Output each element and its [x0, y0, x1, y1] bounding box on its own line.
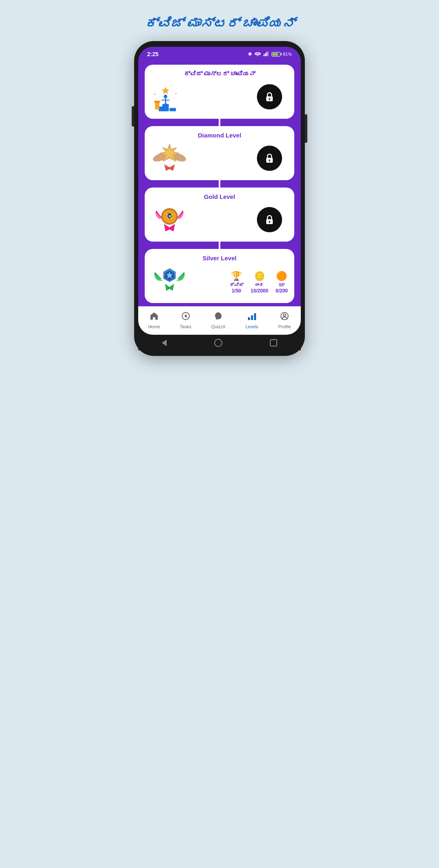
svg-rect-45: [254, 313, 256, 320]
champion-lock-button[interactable]: [257, 84, 282, 109]
connector-3: [219, 242, 220, 249]
bluetooth-icon: ✱: [248, 51, 252, 57]
wifi-icon: [254, 51, 261, 57]
connector-2: [219, 180, 220, 188]
status-time: 2:25: [147, 51, 159, 57]
tasks-icon: [181, 312, 190, 323]
home-icon: [150, 312, 159, 323]
recents-button[interactable]: [270, 339, 277, 347]
svg-rect-14: [154, 101, 160, 103]
home-label: Home: [148, 324, 160, 329]
champion-body: ✦ ✦ ✦: [151, 81, 288, 113]
sp-value: 0/200: [276, 288, 288, 294]
sp-icon: 🟠: [276, 271, 287, 281]
status-icons: ✱: [248, 51, 292, 57]
svg-rect-44: [251, 315, 253, 320]
diamond-card: Diamond Level: [145, 126, 294, 180]
svg-text:★: ★: [168, 214, 172, 218]
silver-progress: 🏆 ಕ್ವಿಜ್ 1/50 🪙 ಅಂಕ 10/2000 🟠: [230, 271, 288, 294]
diamond-lock-button[interactable]: [257, 146, 282, 171]
svg-rect-5: [159, 107, 165, 111]
sp-label: SP: [279, 282, 285, 287]
gold-card: Gold Level: [145, 188, 294, 242]
gold-illustration: ★: [151, 203, 188, 236]
svg-rect-43: [248, 317, 250, 320]
content-area: ಕ್ವಿಜ್ ಮಾಸ್ಟರ್ ಚಾಂಪಿಯನ್: [138, 60, 301, 306]
gold-lock-button[interactable]: [257, 207, 282, 232]
score-progress: 🪙 ಅಂಕ 10/2000: [251, 271, 268, 294]
connector-1: [219, 119, 220, 126]
svg-point-42: [185, 316, 186, 317]
nav-tasks[interactable]: Tasks: [176, 310, 196, 331]
svg-point-7: [164, 95, 167, 98]
svg-text:✦: ✦: [172, 97, 174, 100]
sp-progress: 🟠 SP 0/200: [276, 271, 288, 294]
svg-point-47: [283, 314, 286, 316]
svg-rect-6: [170, 108, 176, 111]
silver-card: Silver Level: [145, 249, 294, 303]
phone-shell: 2:25 ✱: [134, 41, 305, 356]
champion-title: ಕ್ವಿಜ್ ಮಾಸ್ಟರ್ ಚಾಂಪಿಯನ್: [151, 70, 288, 77]
svg-point-19: [269, 98, 270, 100]
trophy-illustration: ✦ ✦ ✦: [151, 81, 188, 113]
quiz-icon: 🏆: [231, 271, 242, 281]
signal-icon: [263, 51, 269, 57]
score-icon: 🪙: [254, 271, 265, 281]
page-wrapper: ಕ್ವಿಜ್ ಮಾಸ್ಟರ್ ಚಾಂಪಿಯನ್ 2:25 ✱: [110, 16, 329, 356]
svg-point-34: [269, 221, 270, 222]
svg-rect-13: [155, 102, 159, 110]
nav-levels[interactable]: Levels: [241, 310, 263, 331]
bottom-nav: Home Tasks: [138, 306, 301, 335]
quizzx-label: QuizzX: [211, 324, 226, 329]
gold-body: ★: [151, 203, 288, 236]
profile-icon: [280, 312, 289, 323]
status-bar: 2:25 ✱: [138, 47, 301, 60]
nav-home[interactable]: Home: [144, 310, 164, 331]
silver-illustration: [151, 265, 188, 297]
diamond-body: [151, 142, 288, 174]
quiz-progress: 🏆 ಕ್ವಿಜ್ 1/50: [230, 271, 243, 294]
gold-title: Gold Level: [151, 193, 288, 200]
back-button[interactable]: [162, 340, 167, 346]
svg-rect-2: [266, 52, 267, 56]
silver-body: 🏆 ಕ್ವಿಜ್ 1/50 🪙 ಅಂಕ 10/2000 🟠: [151, 265, 288, 297]
levels-icon: [248, 312, 256, 323]
quiz-value: 1/50: [232, 288, 241, 294]
score-value: 10/2000: [251, 288, 268, 294]
page-title: ಕ್ವಿಜ್ ಮಾಸ್ಟರ್ ಚಾಂಪಿಯನ್: [144, 16, 295, 31]
score-label: ಅಂಕ: [255, 282, 264, 287]
svg-rect-1: [265, 53, 266, 56]
nav-quizzx[interactable]: QuizzX: [207, 310, 230, 331]
svg-text:✦: ✦: [175, 92, 177, 95]
diamond-illustration: [151, 142, 188, 174]
svg-point-26: [269, 159, 270, 161]
phone-bottom-bar: [138, 335, 301, 350]
svg-marker-12: [162, 87, 169, 94]
champion-card: ಕ್ವಿಜ್ ಮಾಸ್ಟರ್ ಚಾಂಪಿಯನ್: [145, 65, 294, 119]
svg-text:✦: ✦: [153, 92, 156, 96]
diamond-title: Diamond Level: [151, 132, 288, 139]
quiz-label: ಕ್ವಿಜ್: [230, 282, 243, 287]
home-button[interactable]: [214, 339, 222, 347]
profile-label: Profile: [278, 324, 291, 329]
svg-rect-0: [263, 55, 265, 56]
nav-profile[interactable]: Profile: [274, 310, 295, 331]
silver-title: Silver Level: [151, 255, 288, 262]
tasks-label: Tasks: [180, 324, 191, 329]
svg-rect-3: [267, 51, 269, 56]
quizzx-icon: [214, 312, 223, 323]
battery-icon: 81%: [272, 52, 292, 57]
levels-label: Levels: [246, 324, 259, 329]
phone-screen: 2:25 ✱: [138, 47, 301, 335]
